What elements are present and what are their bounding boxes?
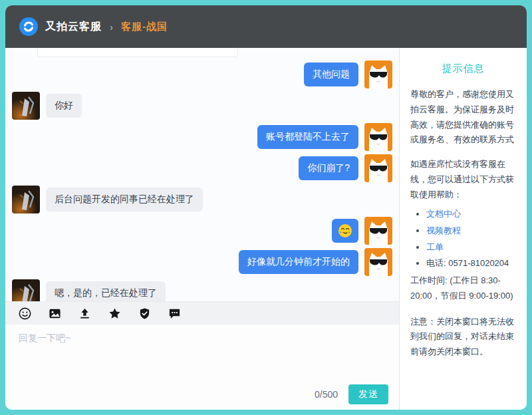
sidebar-title: 提示信息 (410, 63, 516, 75)
list-item: 文档中心 (426, 206, 516, 223)
docs-center-link[interactable]: 文档中心 (426, 209, 461, 219)
agent-avatar (12, 279, 40, 301)
cat-sunglasses-avatar-icon (364, 61, 392, 88)
message-row: 嗯，是的，已经在处理了 (12, 279, 392, 301)
message-bubble: 嗯，是的，已经在处理了 (46, 281, 166, 301)
message-row (12, 217, 392, 245)
header: 又拍云客服 › 客服-战国 (5, 5, 527, 48)
sidebar-paragraph: 尊敬的客户，感谢您使用又拍云客服。为保证服务及时高效，请您提供准确的账号或服务名… (410, 87, 516, 148)
message-row: 账号都登陆不上去了 (12, 123, 392, 151)
message-bubble-emoji (332, 219, 358, 243)
content: 其他问题 (5, 48, 527, 410)
close-window-note: 注意：关闭本窗口将无法收到我们的回复，对话未结束前请勿关闭本窗口。 (410, 315, 516, 360)
info-sidebar: 提示信息 尊敬的客户，感谢您使用又拍云客服。为保证服务及时高效，请您提供准确的账… (399, 48, 527, 410)
message-row: 其他问题 (12, 61, 392, 88)
char-counter: 0/500 (315, 389, 338, 400)
list-item: 电话: 0571-81020204 (426, 255, 516, 272)
customer-avatar (364, 217, 392, 245)
message-bubble: 好像就几分钟前才开始的 (239, 250, 358, 274)
chat-column: 其他问题 (5, 48, 399, 410)
cat-sunglasses-avatar-icon (364, 123, 392, 151)
joy-emoji-icon (338, 223, 352, 238)
cat-sunglasses-avatar-icon (364, 154, 392, 182)
emoji-icon[interactable] (19, 307, 31, 320)
shield-icon[interactable] (138, 307, 151, 320)
customer-avatar (364, 61, 392, 88)
quick-reply-card-truncated (37, 48, 238, 57)
reply-input[interactable] (5, 325, 399, 379)
message-row: 好像就几分钟前才开始的 (12, 248, 392, 276)
agent-avatar (12, 186, 40, 213)
message-bubble: 账号都登陆不上去了 (257, 125, 358, 149)
agent-avatar (12, 92, 40, 120)
game-character-avatar-icon (12, 92, 40, 120)
help-link-list: 文档中心 视频教程 工单 电话: 0571-81020204 (410, 206, 516, 272)
message-bubble: 你们崩了? (299, 156, 358, 180)
chat-window: 又拍云客服 › 客服-战国 其他问题 (5, 5, 527, 410)
upload-icon[interactable] (78, 307, 91, 320)
quick-reply-icon[interactable] (168, 307, 181, 320)
send-button[interactable]: 发送 (348, 384, 388, 404)
customer-avatar (364, 123, 392, 151)
game-character-avatar-icon (12, 186, 40, 213)
customer-avatar (364, 154, 392, 182)
image-icon[interactable] (49, 307, 61, 320)
brand-title: 又拍云客服 (45, 20, 102, 34)
star-icon[interactable] (108, 307, 121, 320)
customer-avatar (364, 248, 392, 276)
composer: 0/500 发送 (5, 301, 399, 410)
video-tutorial-link[interactable]: 视频教程 (426, 225, 461, 235)
message-list[interactable]: 其他问题 (5, 48, 399, 301)
composer-toolbar (5, 302, 399, 325)
list-item: 工单 (426, 239, 516, 256)
message-bubble: 后台问题开发的同事已经在处理了 (46, 188, 203, 211)
breadcrumb-current: 客服-战国 (121, 21, 168, 33)
work-hours: 工作时间: (工作日 8:30-20:00，节假日 9:00-19:00) (410, 273, 516, 304)
list-item: 视频教程 (426, 223, 516, 239)
cat-sunglasses-avatar-icon (364, 217, 392, 245)
phone-number: 电话: 0571-81020204 (426, 258, 509, 268)
message-row: 后台问题开发的同事已经在处理了 (12, 186, 392, 213)
breadcrumb-separator-icon: › (110, 21, 113, 33)
game-character-avatar-icon (12, 279, 40, 301)
upyun-logo-icon (19, 17, 39, 37)
composer-footer: 0/500 发送 (5, 379, 399, 410)
ticket-link[interactable]: 工单 (426, 242, 444, 252)
cat-sunglasses-avatar-icon (364, 248, 392, 276)
message-row: 你们崩了? (12, 154, 392, 182)
sidebar-paragraph: 如遇座席忙或没有客服在线，您可以通过以下方式获取使用帮助： (410, 157, 516, 202)
message-bubble: 其他问题 (304, 63, 358, 86)
message-bubble: 你好 (46, 94, 82, 118)
message-row: 你好 (12, 92, 392, 120)
